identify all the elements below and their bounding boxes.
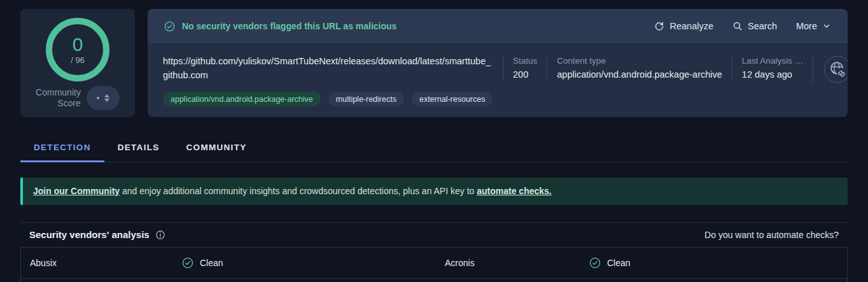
vote-arrows-icon [104,94,109,102]
section-title: Security vendors' analysis [29,229,150,240]
vendors-table: Abusix Clean Acronis Clea [20,247,848,282]
tab-detection[interactable]: DETECTION [20,136,104,162]
tab-details[interactable]: DETAILS [104,136,173,162]
reanalyze-button[interactable]: Reanalyze [654,21,713,31]
url-summary-card: No security vendors flagged this URL as … [148,9,848,117]
detections-count: 0 [73,35,83,54]
last-analysis-cell: Last Analysis … 12 days ago [732,55,813,80]
url-block: https://github.com/yuliskov/SmartTubeNex… [163,55,503,80]
verdict-message: No security vendors flagged this URL as … [182,21,396,31]
tag-multiple-redirects[interactable]: multiple-redirects [328,92,404,106]
detection-score-ring: 0 / 96 [46,18,109,81]
vote-dot-icon [97,97,99,99]
clean-check-icon [182,257,193,269]
vendor-name: Acronis [435,258,589,268]
tag-external-resources[interactable]: external-resources [412,92,493,106]
join-community-link[interactable]: Join our Community [33,186,120,196]
vendor-result: Clean [182,257,435,269]
url-globe-link-icon [823,55,848,83]
info-icon[interactable] [155,230,165,240]
tag-content-type[interactable]: application/vnd.android.package-archive [163,92,321,106]
last-analysis-value: 12 days ago [742,69,803,80]
automate-checks-link[interactable]: automate checks. [477,186,552,196]
table-row: Abusix Clean Acronis Clea [21,248,847,279]
toolbar: Reanalyze Search More [654,21,831,31]
verdict-banner: No security vendors flagged this URL as … [148,9,848,43]
table-row-partial [21,279,847,282]
report-header: 0 / 96 Community Score [20,9,848,117]
virustotal-url-report: 0 / 96 Community Score [0,0,868,282]
vendor-name: Abusix [30,258,182,268]
vote-down-icon [104,99,109,102]
reanalyze-icon [654,21,664,31]
automate-checks-prompt[interactable]: Do you want to automate checks? [704,230,839,240]
detections-total: / 96 [71,55,85,65]
content-type-value: application/vnd.android.package-archive [557,69,722,80]
vote-up-icon [104,94,109,97]
vendors-section-header: Security vendors' analysis Do you want t… [20,222,848,247]
status-cell: Status 200 [503,55,547,80]
community-score-label: Community Score [36,87,81,109]
status-code: 200 [513,69,537,80]
vendor-result: Clean [589,257,838,269]
chevron-down-icon [822,22,831,31]
analyzed-url: https://github.com/yuliskov/SmartTubeNex… [163,55,491,67]
url-domain: github.com [163,70,491,80]
tab-community[interactable]: COMMUNITY [173,136,260,162]
content-type-cell: Content type application/vnd.android.pac… [547,55,732,80]
clean-check-icon [589,257,601,269]
tags-row: application/vnd.android.package-archive … [163,92,832,106]
search-button[interactable]: Search [732,21,777,31]
join-community-banner: Join our Community and enjoy additional … [20,178,848,205]
url-details: https://github.com/yuliskov/SmartTubeNex… [148,43,848,117]
community-vote-widget[interactable] [87,86,120,110]
item-type-cell [813,55,848,83]
check-circle-icon [164,21,175,32]
more-button[interactable]: More [796,21,831,31]
community-score-card: 0 / 96 Community Score [20,9,135,117]
community-banner-text: and enjoy additional community insights … [120,186,477,196]
search-icon [732,21,743,31]
report-tabs: DETECTION DETAILS COMMUNITY [20,136,848,162]
